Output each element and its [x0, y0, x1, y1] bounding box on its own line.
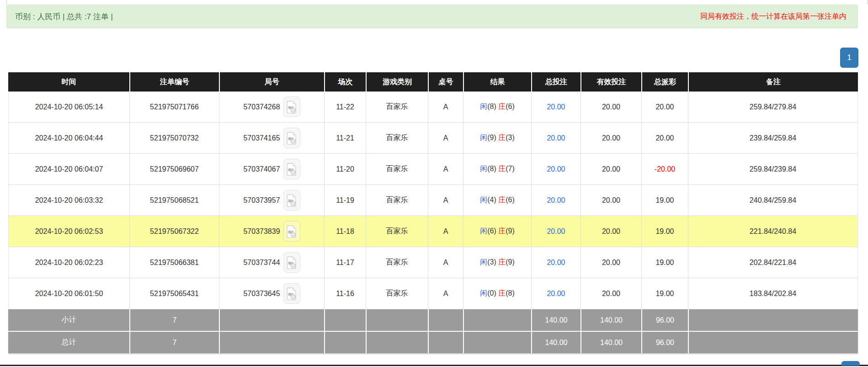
pagination-page-1-button[interactable]: 1	[840, 48, 858, 68]
bet-records-table: 时间 注单编号 局号 场次 游戏类别 桌号 结果 总投注 有效投注 总派彩 备注…	[8, 72, 858, 353]
total-bet-link[interactable]: 20.00	[547, 165, 565, 173]
video-replay-button[interactable]	[283, 159, 300, 179]
grand-total-label: 总计	[8, 331, 129, 353]
bet-history-page: 币别 : 人民币 | 总共 :7 注单 | 同局有效投注，统一计算在该局第一张注…	[0, 0, 868, 367]
table-header: 时间 注单编号 局号 场次 游戏类别 桌号 结果 总投注 有效投注 总派彩 备注	[8, 72, 858, 92]
total-bet-link[interactable]: 20.00	[547, 290, 565, 297]
cell-bet-id: 521975066381	[129, 247, 219, 278]
table-footer: 小计 7 140.00 140.00 96.00 总计 7 140.00 140…	[8, 309, 858, 353]
video-replay-button[interactable]	[283, 221, 300, 242]
cell-time: 2024-10-20 06:04:07	[8, 154, 129, 185]
col-header-game-id: 局号	[219, 72, 324, 92]
cell-result: 闲(8) 庄(7)	[463, 154, 531, 185]
video-file-icon	[287, 225, 297, 238]
settlement-note-text: 同局有效投注，统一计算在该局第一张注单内	[700, 12, 847, 22]
cell-game-id: 570373957	[219, 185, 324, 216]
subtotal-valid-bet: 140.00	[580, 309, 641, 331]
subtotal-total-bet: 140.00	[531, 309, 580, 331]
cell-bet-id: 521975068521	[129, 185, 219, 216]
cell-payout: 19.00	[641, 216, 688, 247]
grand-total-payout: 96.00	[641, 331, 688, 353]
cell-table-no: A	[428, 123, 463, 154]
cell-game-type: 百家乐	[366, 154, 428, 185]
cell-valid-bet: 20.00	[580, 278, 641, 309]
cell-result: 闲(9) 庄(3)	[463, 123, 531, 154]
cell-remark: 221.84/240.84	[688, 216, 858, 247]
col-header-session: 场次	[324, 72, 366, 92]
cell-valid-bet: 20.00	[580, 154, 641, 185]
table-row: 2024-10-20 06:01:50 521975065431 5703736…	[8, 278, 858, 309]
cell-total-bet: 20.00	[531, 185, 580, 216]
col-header-valid-bet: 有效投注	[580, 72, 641, 92]
cell-result: 闲(0) 庄(8)	[463, 278, 531, 309]
cell-remark: 240.84/259.84	[688, 185, 858, 216]
col-header-game-type: 游戏类别	[366, 72, 428, 92]
cell-session: 11-21	[324, 123, 366, 154]
col-header-remark: 备注	[688, 72, 858, 92]
grand-total-valid-bet: 140.00	[580, 331, 641, 353]
cell-total-bet: 20.00	[531, 247, 580, 278]
cell-payout: 19.00	[641, 247, 688, 278]
bottom-pagination-button-partial[interactable]	[841, 361, 860, 366]
cell-time: 2024-10-20 06:02:53	[8, 216, 129, 247]
video-replay-button[interactable]	[283, 128, 300, 148]
cell-game-type: 百家乐	[366, 92, 428, 123]
cell-payout: 20.00	[641, 92, 688, 123]
cell-total-bet: 20.00	[531, 216, 580, 247]
cell-total-bet: 20.00	[531, 278, 580, 309]
video-file-icon	[287, 194, 297, 207]
bet-records-table-wrap: 时间 注单编号 局号 场次 游戏类别 桌号 结果 总投注 有效投注 总派彩 备注…	[8, 72, 858, 353]
cell-game-id: 570374067	[219, 154, 324, 185]
cell-total-bet: 20.00	[531, 123, 580, 154]
cell-time: 2024-10-20 06:01:50	[8, 278, 129, 309]
cell-table-no: A	[428, 185, 463, 216]
video-replay-button[interactable]	[283, 283, 300, 304]
video-file-icon	[287, 287, 297, 300]
cell-payout: 20.00	[641, 123, 688, 154]
col-header-total-bet: 总投注	[531, 72, 580, 92]
cell-payout: 19.00	[641, 278, 688, 309]
grand-total-row: 总计 7 140.00 140.00 96.00	[8, 331, 858, 353]
cell-session: 11-18	[324, 216, 366, 247]
table-row: 2024-10-20 06:04:44 521975070732 5703741…	[8, 123, 858, 154]
video-file-icon	[287, 101, 297, 113]
table-row: 2024-10-20 06:05:14 521975071766 5703742…	[8, 92, 858, 123]
cell-total-bet: 20.00	[531, 154, 580, 185]
cell-result: 闲(3) 庄(9)	[463, 247, 531, 278]
cell-session: 11-20	[324, 154, 366, 185]
cell-game-type: 百家乐	[366, 247, 428, 278]
cell-game-type: 百家乐	[366, 185, 428, 216]
video-replay-button[interactable]	[283, 97, 300, 117]
cell-result: 闲(4) 庄(6)	[463, 185, 531, 216]
cell-session: 11-16	[324, 278, 366, 309]
cell-game-id: 570373744	[219, 247, 324, 278]
cell-bet-id: 521975065431	[129, 278, 219, 309]
total-bet-link[interactable]: 20.00	[547, 134, 565, 142]
video-replay-button[interactable]	[283, 252, 300, 273]
cell-table-no: A	[428, 278, 463, 309]
cell-bet-id: 521975070732	[129, 123, 219, 154]
total-bet-link[interactable]: 20.00	[547, 103, 565, 111]
cell-valid-bet: 20.00	[580, 247, 641, 278]
col-header-table-no: 桌号	[428, 72, 463, 92]
cell-table-no: A	[428, 92, 463, 123]
cell-payout: -20.00	[641, 154, 688, 185]
total-bet-link[interactable]: 20.00	[547, 259, 565, 266]
total-bet-link[interactable]: 20.00	[547, 196, 565, 204]
cell-total-bet: 20.00	[531, 92, 580, 123]
cell-time: 2024-10-20 06:04:44	[8, 123, 129, 154]
cell-game-id: 570374165	[219, 123, 324, 154]
cell-remark: 239.84/259.84	[688, 123, 858, 154]
video-replay-button[interactable]	[283, 190, 300, 210]
cell-table-no: A	[428, 247, 463, 278]
subtotal-label: 小计	[8, 309, 129, 331]
cell-session: 11-19	[324, 185, 366, 216]
subtotal-row: 小计 7 140.00 140.00 96.00	[8, 309, 858, 331]
total-bet-link[interactable]: 20.00	[547, 227, 565, 235]
cell-remark: 202.84/221.84	[688, 247, 858, 278]
cell-game-type: 百家乐	[366, 278, 428, 309]
cell-valid-bet: 20.00	[580, 123, 641, 154]
bottom-divider-line	[0, 365, 868, 366]
video-file-icon	[287, 132, 297, 145]
cell-valid-bet: 20.00	[580, 92, 641, 123]
